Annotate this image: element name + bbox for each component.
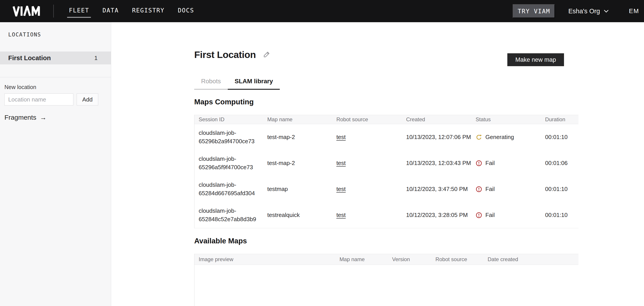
user-avatar[interactable]: EM (629, 7, 639, 15)
nav-item-data[interactable]: DATA (102, 5, 120, 17)
robot-source-link[interactable]: test (336, 134, 346, 140)
robot-source-cell: test (332, 212, 402, 219)
title-row: First Location (194, 49, 270, 60)
location-name-input[interactable] (4, 93, 73, 105)
fragments-label: Fragments (4, 114, 36, 121)
col-map-name: Map name (263, 116, 332, 123)
fail-icon (476, 212, 482, 219)
tab-bar: Robots SLAM library (194, 75, 280, 90)
duration-cell: 00:01:06 (541, 160, 578, 167)
pencil-icon (263, 51, 270, 58)
status-label: Generating (485, 134, 514, 141)
maps-computing-body: cloudslam-job-65296b2a9f4700ce73 test-ma… (194, 124, 578, 228)
duration-cell: 00:01:10 (541, 186, 578, 193)
table-row: cloudslam-job-65284d667695afd304 testmap… (194, 176, 578, 202)
col-map-name: Map name (335, 256, 388, 263)
new-location-form: Add (4, 93, 111, 105)
available-maps-table: Image preview Map name Version Robot sou… (194, 254, 578, 306)
sidebar-divider (0, 77, 111, 77)
maps-computing-heading: Maps Computing (194, 98, 254, 106)
arrow-right-icon: → (40, 114, 46, 121)
fail-icon (476, 186, 482, 193)
generating-icon (476, 134, 482, 141)
viam-logo-icon (9, 6, 45, 16)
maps-computing-table: Session ID Map name Robot source Created… (194, 115, 578, 228)
fragments-link[interactable]: Fragments → (4, 114, 46, 121)
duration-cell: 00:01:10 (541, 134, 578, 141)
status-cell: Fail (471, 212, 541, 219)
locations-sidebar: LOCATIONS First Location 1 New location … (0, 22, 111, 306)
nav-item-registry[interactable]: REGISTRY (131, 5, 165, 17)
map-name-cell: test-map-2 (263, 134, 332, 141)
make-new-map-button[interactable]: Make new map (507, 53, 564, 66)
maps-computing-header-row: Session ID Map name Robot source Created… (194, 115, 578, 124)
nav-item-docs[interactable]: DOCS (177, 5, 195, 17)
table-row: cloudslam-job-652848c52e7ab8d3b9 testrea… (194, 202, 578, 228)
robot-source-link[interactable]: test (336, 212, 346, 218)
map-name-cell: test-map-2 (263, 160, 332, 167)
nav-item-fleet[interactable]: FLEET (68, 5, 90, 17)
status-cell: Fail (471, 186, 541, 193)
viam-logo[interactable] (9, 6, 45, 16)
page: FLEET DATA REGISTRY DOCS TRY VIAM Esha's… (0, 0, 644, 306)
robot-source-cell: test (332, 134, 402, 141)
map-name-cell: testrealquick (263, 212, 332, 219)
status-label: Fail (485, 186, 495, 193)
created-cell: 10/13/2023, 12:07:06 PM (402, 133, 471, 141)
table-row: cloudslam-job-65296b2a9f4700ce73 test-ma… (194, 124, 578, 150)
col-session-id: Session ID (194, 116, 263, 123)
top-nav: FLEET DATA REGISTRY DOCS TRY VIAM Esha's… (0, 0, 644, 22)
col-robot-source: Robot source (431, 256, 483, 263)
try-viam-button[interactable]: TRY VIAM (513, 4, 555, 18)
status-label: Fail (485, 160, 495, 167)
session-id-cell: cloudslam-job-65296b2a9f4700ce73 (194, 129, 263, 145)
new-location-label: New location (4, 84, 111, 90)
robot-source-cell: test (332, 186, 402, 193)
nav-items: FLEET DATA REGISTRY DOCS (68, 5, 195, 17)
col-status: Status (471, 116, 541, 123)
main-content: First Location Make new map Robots SLAM … (194, 22, 578, 306)
status-cell: Generating (471, 134, 541, 141)
tab-slam-library[interactable]: SLAM library (228, 75, 280, 90)
session-id-cell: cloudslam-job-652848c52e7ab8d3b9 (194, 207, 263, 223)
robot-source-link[interactable]: test (336, 186, 346, 192)
nav-divider (53, 5, 54, 17)
location-name: First Location (8, 54, 94, 62)
session-id-cell: cloudslam-job-65284d667695afd304 (194, 181, 263, 197)
page-title: First Location (194, 49, 256, 60)
status-label: Fail (485, 212, 495, 219)
add-location-button[interactable]: Add (77, 93, 98, 105)
duration-cell: 00:01:10 (541, 212, 578, 219)
created-cell: 10/12/2023, 3:47:50 PM (402, 185, 471, 193)
available-maps-header-row: Image preview Map name Version Robot sou… (194, 254, 578, 265)
map-name-cell: testmap (263, 186, 332, 193)
available-maps-body (194, 265, 578, 306)
session-id-cell: cloudslam-job-65296a5f9f4700ce73 (194, 155, 263, 171)
org-dropdown[interactable]: Esha's Org (568, 7, 609, 15)
col-robot-source: Robot source (332, 116, 402, 123)
sidebar-item-first-location[interactable]: First Location 1 (0, 51, 111, 64)
created-cell: 10/13/2023, 12:03:43 PM (402, 159, 471, 167)
available-maps-heading: Available Maps (194, 237, 247, 245)
col-image-preview: Image preview (194, 256, 335, 263)
col-created: Created (402, 116, 471, 123)
location-count-badge: 1 (94, 55, 98, 61)
org-name: Esha's Org (568, 7, 600, 15)
status-cell: Fail (471, 160, 541, 167)
created-cell: 10/12/2023, 3:28:05 PM (402, 211, 471, 219)
tab-robots[interactable]: Robots (194, 75, 228, 90)
col-duration: Duration (541, 116, 578, 123)
robot-source-link[interactable]: test (336, 160, 346, 166)
col-version: Version (388, 256, 431, 263)
col-date-created: Date created (483, 256, 578, 263)
fail-icon (476, 160, 482, 167)
chevron-down-icon (604, 9, 609, 13)
edit-location-name-button[interactable] (263, 51, 270, 59)
robot-source-cell: test (332, 160, 402, 167)
table-row: cloudslam-job-65296a5f9f4700ce73 test-ma… (194, 150, 578, 176)
sidebar-heading: LOCATIONS (0, 22, 111, 38)
